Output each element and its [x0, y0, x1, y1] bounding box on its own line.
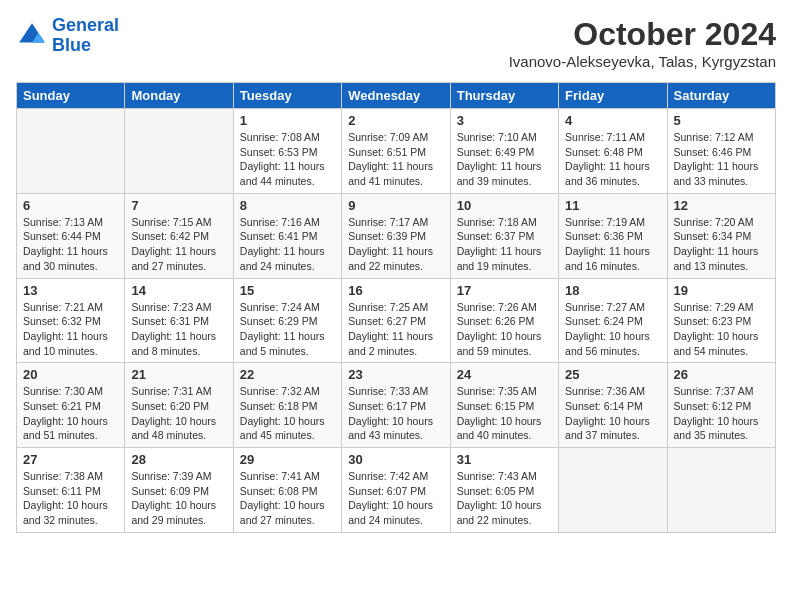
day-info: Sunrise: 7:16 AMSunset: 6:41 PMDaylight:…: [240, 215, 335, 274]
day-info: Sunrise: 7:25 AMSunset: 6:27 PMDaylight:…: [348, 300, 443, 359]
calendar-day-cell: 15Sunrise: 7:24 AMSunset: 6:29 PMDayligh…: [233, 278, 341, 363]
day-number: 29: [240, 452, 335, 467]
day-number: 26: [674, 367, 769, 382]
calendar-day-cell: 20Sunrise: 7:30 AMSunset: 6:21 PMDayligh…: [17, 363, 125, 448]
calendar-day-cell: 30Sunrise: 7:42 AMSunset: 6:07 PMDayligh…: [342, 448, 450, 533]
day-number: 11: [565, 198, 660, 213]
day-number: 12: [674, 198, 769, 213]
day-number: 21: [131, 367, 226, 382]
day-info: Sunrise: 7:17 AMSunset: 6:39 PMDaylight:…: [348, 215, 443, 274]
calendar-day-cell: 23Sunrise: 7:33 AMSunset: 6:17 PMDayligh…: [342, 363, 450, 448]
calendar-day-cell: [667, 448, 775, 533]
day-info: Sunrise: 7:19 AMSunset: 6:36 PMDaylight:…: [565, 215, 660, 274]
day-info: Sunrise: 7:08 AMSunset: 6:53 PMDaylight:…: [240, 130, 335, 189]
calendar-day-cell: 9Sunrise: 7:17 AMSunset: 6:39 PMDaylight…: [342, 193, 450, 278]
calendar-week-row: 1Sunrise: 7:08 AMSunset: 6:53 PMDaylight…: [17, 109, 776, 194]
day-number: 28: [131, 452, 226, 467]
day-info: Sunrise: 7:37 AMSunset: 6:12 PMDaylight:…: [674, 384, 769, 443]
calendar-week-row: 27Sunrise: 7:38 AMSunset: 6:11 PMDayligh…: [17, 448, 776, 533]
calendar-day-cell: 28Sunrise: 7:39 AMSunset: 6:09 PMDayligh…: [125, 448, 233, 533]
calendar-day-cell: 10Sunrise: 7:18 AMSunset: 6:37 PMDayligh…: [450, 193, 558, 278]
logo-line2: Blue: [52, 35, 91, 55]
day-number: 9: [348, 198, 443, 213]
day-info: Sunrise: 7:12 AMSunset: 6:46 PMDaylight:…: [674, 130, 769, 189]
day-number: 5: [674, 113, 769, 128]
day-number: 4: [565, 113, 660, 128]
day-info: Sunrise: 7:43 AMSunset: 6:05 PMDaylight:…: [457, 469, 552, 528]
day-number: 3: [457, 113, 552, 128]
calendar-day-cell: 27Sunrise: 7:38 AMSunset: 6:11 PMDayligh…: [17, 448, 125, 533]
calendar-day-cell: 2Sunrise: 7:09 AMSunset: 6:51 PMDaylight…: [342, 109, 450, 194]
calendar-day-cell: 18Sunrise: 7:27 AMSunset: 6:24 PMDayligh…: [559, 278, 667, 363]
day-info: Sunrise: 7:30 AMSunset: 6:21 PMDaylight:…: [23, 384, 118, 443]
day-info: Sunrise: 7:33 AMSunset: 6:17 PMDaylight:…: [348, 384, 443, 443]
day-info: Sunrise: 7:35 AMSunset: 6:15 PMDaylight:…: [457, 384, 552, 443]
logo: General Blue: [16, 16, 119, 56]
day-number: 27: [23, 452, 118, 467]
day-number: 20: [23, 367, 118, 382]
calendar-day-cell: 14Sunrise: 7:23 AMSunset: 6:31 PMDayligh…: [125, 278, 233, 363]
calendar-day-cell: 17Sunrise: 7:26 AMSunset: 6:26 PMDayligh…: [450, 278, 558, 363]
calendar-day-cell: 4Sunrise: 7:11 AMSunset: 6:48 PMDaylight…: [559, 109, 667, 194]
calendar-day-header: Sunday: [17, 83, 125, 109]
day-number: 1: [240, 113, 335, 128]
day-info: Sunrise: 7:27 AMSunset: 6:24 PMDaylight:…: [565, 300, 660, 359]
day-number: 16: [348, 283, 443, 298]
calendar-day-header: Tuesday: [233, 83, 341, 109]
day-info: Sunrise: 7:38 AMSunset: 6:11 PMDaylight:…: [23, 469, 118, 528]
calendar-day-cell: 21Sunrise: 7:31 AMSunset: 6:20 PMDayligh…: [125, 363, 233, 448]
calendar-week-row: 20Sunrise: 7:30 AMSunset: 6:21 PMDayligh…: [17, 363, 776, 448]
day-info: Sunrise: 7:42 AMSunset: 6:07 PMDaylight:…: [348, 469, 443, 528]
calendar-day-cell: 7Sunrise: 7:15 AMSunset: 6:42 PMDaylight…: [125, 193, 233, 278]
day-number: 10: [457, 198, 552, 213]
month-title: October 2024: [509, 16, 776, 53]
day-number: 18: [565, 283, 660, 298]
calendar-day-cell: 5Sunrise: 7:12 AMSunset: 6:46 PMDaylight…: [667, 109, 775, 194]
day-info: Sunrise: 7:18 AMSunset: 6:37 PMDaylight:…: [457, 215, 552, 274]
day-info: Sunrise: 7:23 AMSunset: 6:31 PMDaylight:…: [131, 300, 226, 359]
logo-text: General Blue: [52, 16, 119, 56]
calendar-day-cell: 11Sunrise: 7:19 AMSunset: 6:36 PMDayligh…: [559, 193, 667, 278]
day-info: Sunrise: 7:21 AMSunset: 6:32 PMDaylight:…: [23, 300, 118, 359]
calendar-day-cell: 19Sunrise: 7:29 AMSunset: 6:23 PMDayligh…: [667, 278, 775, 363]
day-info: Sunrise: 7:32 AMSunset: 6:18 PMDaylight:…: [240, 384, 335, 443]
calendar-day-header: Friday: [559, 83, 667, 109]
calendar-day-cell: 26Sunrise: 7:37 AMSunset: 6:12 PMDayligh…: [667, 363, 775, 448]
day-number: 6: [23, 198, 118, 213]
day-number: 7: [131, 198, 226, 213]
calendar-day-cell: 22Sunrise: 7:32 AMSunset: 6:18 PMDayligh…: [233, 363, 341, 448]
calendar-day-cell: [17, 109, 125, 194]
title-block: October 2024 Ivanovo-Alekseyevka, Talas,…: [509, 16, 776, 70]
day-info: Sunrise: 7:13 AMSunset: 6:44 PMDaylight:…: [23, 215, 118, 274]
calendar-week-row: 13Sunrise: 7:21 AMSunset: 6:32 PMDayligh…: [17, 278, 776, 363]
calendar-body: 1Sunrise: 7:08 AMSunset: 6:53 PMDaylight…: [17, 109, 776, 533]
calendar-day-cell: 13Sunrise: 7:21 AMSunset: 6:32 PMDayligh…: [17, 278, 125, 363]
calendar-day-cell: [125, 109, 233, 194]
calendar-table: SundayMondayTuesdayWednesdayThursdayFrid…: [16, 82, 776, 533]
day-number: 2: [348, 113, 443, 128]
day-info: Sunrise: 7:39 AMSunset: 6:09 PMDaylight:…: [131, 469, 226, 528]
day-number: 13: [23, 283, 118, 298]
day-info: Sunrise: 7:26 AMSunset: 6:26 PMDaylight:…: [457, 300, 552, 359]
calendar-day-header: Monday: [125, 83, 233, 109]
calendar-day-header: Saturday: [667, 83, 775, 109]
calendar-day-cell: 3Sunrise: 7:10 AMSunset: 6:49 PMDaylight…: [450, 109, 558, 194]
calendar-day-cell: 24Sunrise: 7:35 AMSunset: 6:15 PMDayligh…: [450, 363, 558, 448]
calendar-day-cell: 16Sunrise: 7:25 AMSunset: 6:27 PMDayligh…: [342, 278, 450, 363]
day-number: 24: [457, 367, 552, 382]
day-number: 30: [348, 452, 443, 467]
calendar-day-cell: 8Sunrise: 7:16 AMSunset: 6:41 PMDaylight…: [233, 193, 341, 278]
day-number: 22: [240, 367, 335, 382]
day-info: Sunrise: 7:36 AMSunset: 6:14 PMDaylight:…: [565, 384, 660, 443]
day-number: 8: [240, 198, 335, 213]
day-number: 25: [565, 367, 660, 382]
day-number: 15: [240, 283, 335, 298]
page-header: General Blue October 2024 Ivanovo-Alekse…: [16, 16, 776, 70]
day-info: Sunrise: 7:09 AMSunset: 6:51 PMDaylight:…: [348, 130, 443, 189]
day-info: Sunrise: 7:15 AMSunset: 6:42 PMDaylight:…: [131, 215, 226, 274]
calendar-day-cell: 12Sunrise: 7:20 AMSunset: 6:34 PMDayligh…: [667, 193, 775, 278]
calendar-day-cell: 1Sunrise: 7:08 AMSunset: 6:53 PMDaylight…: [233, 109, 341, 194]
day-info: Sunrise: 7:41 AMSunset: 6:08 PMDaylight:…: [240, 469, 335, 528]
day-number: 19: [674, 283, 769, 298]
day-info: Sunrise: 7:24 AMSunset: 6:29 PMDaylight:…: [240, 300, 335, 359]
